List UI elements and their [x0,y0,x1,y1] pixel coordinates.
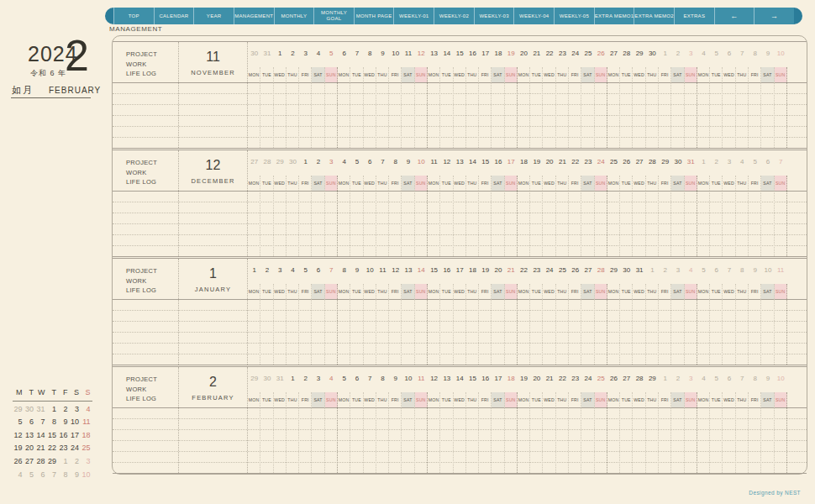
tab-extra-memo1[interactable]: EXTRA MEMO1 [594,8,634,24]
day-of-week-cell: MON [607,176,620,191]
day-of-week-cell: SUN [595,176,607,191]
tab-calendar[interactable]: CALENDAR [154,8,194,24]
tab-month-page[interactable]: MONTH PAGE [354,8,394,24]
mini-calendar-day-header: S [81,386,92,400]
tab-prev[interactable]: ← [714,8,755,24]
day-body-cell [607,82,620,148]
day-body-cell [260,299,273,365]
day-body-cell [633,82,645,148]
day-of-week-cell: THU [287,176,299,191]
day-of-week-cell: THU [556,67,569,82]
day-body-cell [287,82,299,148]
tab-next[interactable]: → [754,8,794,24]
tab-weekly-04[interactable]: WEEKLY-04 [513,8,554,24]
day-of-week-cell: SUN [325,392,338,407]
day-of-week-cell: SAT [492,392,504,407]
day-body-cell [659,82,671,148]
tab-year[interactable]: YEAR [193,8,234,24]
day-column: 31WED [633,259,645,365]
date-number: 27 [633,150,645,176]
day-column: 27SAT [581,259,594,365]
date-number: 4 [312,42,324,67]
day-of-week-cell: FRI [299,176,312,191]
day-of-week-cell: SUN [775,67,787,82]
date-number: 8 [389,150,402,176]
day-of-week-cell: SAT [492,284,504,299]
tab-extras[interactable]: EXTRAS [674,8,714,24]
tab-extra-memo2[interactable]: EXTRA MEMO2 [634,8,674,24]
month-block-row-labels: PROJECTWORKLIFE LOG [113,150,179,256]
tab-weekly-02[interactable]: WEEKLY-02 [434,8,474,24]
date-number: 17 [492,367,504,392]
day-body-cell [287,407,299,473]
tab-top[interactable]: TOP [113,8,154,24]
day-body-cell [761,299,774,365]
day-column: 2THU [287,42,299,148]
day-body-cell [775,299,787,365]
day-column: 22WED [543,42,555,148]
day-column: 17SAT [492,367,504,473]
mini-calendar-header-rule [13,401,92,402]
day-column: 11SUN [775,259,787,365]
tab-monthly-goal[interactable]: MONTHLY GOAL [313,8,354,24]
day-body-cell [581,82,594,148]
date-number: 23 [569,367,581,392]
day-of-week-cell: FRI [479,392,492,407]
mini-calendar-day: 11 [81,416,92,429]
day-body-cell [749,407,761,473]
day-body-cell [543,82,555,148]
day-body-cell [543,191,555,256]
day-column: 15FRI [479,150,492,256]
day-column: 24WED [543,259,555,365]
day-column: 13WED [454,150,466,256]
date-number: 28 [595,259,607,284]
day-body-cell [402,82,414,148]
tab-bar-left-cap [105,8,113,24]
date-number: 6 [350,367,363,392]
date-number: 18 [505,367,518,392]
day-body-cell [440,407,453,473]
tab-weekly-01[interactable]: WEEKLY-01 [393,8,434,24]
day-body-cell [736,82,749,148]
day-of-week-cell: MON [697,67,710,82]
day-body-cell [607,407,620,473]
tab-label: MONTHLY GOAL [321,10,348,22]
day-body-cell [440,191,453,256]
day-column: 1THU [646,259,659,365]
date-number: 7 [723,259,735,284]
day-body-cell [569,407,581,473]
date-number: 25 [607,150,620,176]
day-of-week-cell: THU [466,67,479,82]
tab-weekly-05[interactable]: WEEKLY-05 [554,8,594,24]
day-of-week-cell: SUN [595,67,607,82]
day-of-week-cell: THU [736,284,749,299]
day-body-cell [415,407,428,473]
day-body-cell [556,407,569,473]
mini-calendar-day: 2 [58,403,70,417]
date-number: 18 [492,42,504,67]
day-body-cell [325,191,338,256]
date-number: 8 [376,367,389,392]
day-column: 27TUE [620,367,633,473]
day-body-cell [749,191,761,256]
day-column: 30MON [248,42,260,148]
date-number: 9 [389,367,402,392]
day-body-cell [761,82,774,148]
tab-management[interactable]: MANAGEMENT [234,8,274,24]
day-of-week-cell: THU [376,176,389,191]
day-column: 3FRI [299,42,312,148]
tab-weekly-03[interactable]: WEEKLY-03 [474,8,514,24]
tab-monthly[interactable]: MONTHLY [274,8,314,24]
date-number: 3 [671,259,684,284]
day-of-week-cell: SAT [312,392,324,407]
day-body-cell [633,191,645,256]
day-body-cell [364,299,376,365]
day-body-cell [749,82,761,148]
day-body-cell [364,82,376,148]
day-of-week-cell: THU [736,67,749,82]
credit-label: Designed by NEST [749,490,801,496]
day-column: 2SAT [312,150,324,256]
day-body-cell [671,299,684,365]
day-column: 15MON [428,259,440,365]
day-column: 3SUN [325,150,338,256]
